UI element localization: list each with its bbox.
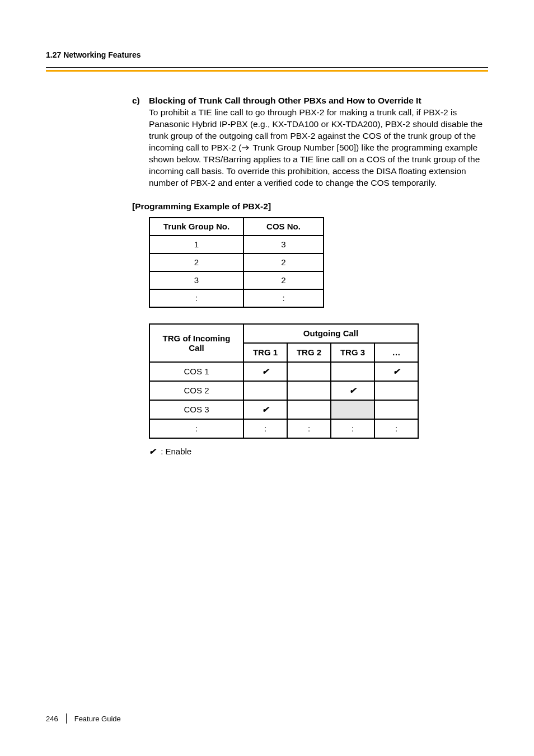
cell (374, 400, 418, 419)
table-header-row: Trunk Group No. COS No. (149, 218, 324, 236)
legend: ✔ : Enable (149, 447, 490, 457)
th-outgoing: Outgoing Call (243, 324, 418, 343)
check-icon: ✔ (349, 386, 357, 395)
arrow-right-icon (241, 142, 250, 154)
table-row: : : : : : (149, 419, 418, 438)
cell: 1 (149, 236, 243, 253)
cell: : (331, 419, 374, 438)
th-cos-no: COS No. (243, 218, 324, 236)
cell (243, 381, 287, 400)
table-header-row: TRG of Incoming Call Outgoing Call (149, 324, 418, 343)
cell: ✔ (374, 362, 418, 381)
check-icon: ✔ (262, 405, 269, 414)
trg-outgoing-matrix: TRG of Incoming Call Outgoing Call TRG 1… (149, 323, 419, 439)
cell: 2 (243, 253, 324, 271)
cell-label: : (149, 419, 243, 438)
cell: 2 (243, 271, 324, 289)
cell: : (243, 419, 287, 438)
th-trg1: TRG 1 (243, 343, 287, 362)
table-row: COS 3 ✔ (149, 400, 418, 419)
cell-shaded (331, 400, 374, 419)
table-row: : : (149, 289, 324, 307)
table-row: 1 3 (149, 236, 324, 253)
cell: : (243, 289, 324, 307)
th-more: … (374, 343, 418, 362)
body-link-text: Trunk Group Number [500] (250, 143, 356, 152)
cell-label: COS 1 (149, 362, 243, 381)
check-icon: ✔ (262, 367, 269, 376)
header-rule (46, 67, 488, 72)
page-number: 246 (46, 715, 58, 723)
cell: 2 (149, 253, 243, 271)
programming-example-heading: [Programming Example of PBX-2] (132, 201, 490, 212)
th-trg2: TRG 2 (287, 343, 331, 362)
cell (287, 362, 331, 381)
cell: ✔ (243, 400, 287, 419)
cell: 3 (149, 271, 243, 289)
th-trunk-group: Trunk Group No. (149, 218, 243, 236)
table-row: 2 2 (149, 253, 324, 271)
cell: ✔ (331, 381, 374, 400)
th-trg3: TRG 3 (331, 343, 374, 362)
cell (331, 362, 374, 381)
list-item-label: c) (132, 95, 149, 107)
cell: : (149, 289, 243, 307)
th-incoming: TRG of Incoming Call (149, 324, 243, 362)
check-icon: ✔ (393, 367, 400, 376)
list-item-body: Blocking of Trunk Call through Other PBX… (149, 95, 490, 189)
table-row: COS 2 ✔ (149, 381, 418, 400)
trunk-cos-table: Trunk Group No. COS No. 1 3 2 2 3 2 : : (149, 217, 324, 308)
list-item-title: Blocking of Trunk Call through Other PBX… (149, 96, 421, 105)
cell: 3 (243, 236, 324, 253)
cell (287, 381, 331, 400)
legend-text: : Enable (161, 447, 191, 456)
footer-title: Feature Guide (74, 715, 121, 723)
check-icon: ✔ (149, 447, 156, 456)
table-row: 3 2 (149, 271, 324, 289)
cell: : (287, 419, 331, 438)
section-header: 1.27 Networking Features (46, 50, 488, 59)
page-footer: 246 Feature Guide (46, 713, 121, 724)
footer-separator (66, 713, 67, 724)
cell (374, 381, 418, 400)
cell: : (374, 419, 418, 438)
cell-label: COS 2 (149, 381, 243, 400)
table-row: COS 1 ✔ ✔ (149, 362, 418, 381)
cell-label: COS 3 (149, 400, 243, 419)
cell (287, 400, 331, 419)
cell: ✔ (243, 362, 287, 381)
